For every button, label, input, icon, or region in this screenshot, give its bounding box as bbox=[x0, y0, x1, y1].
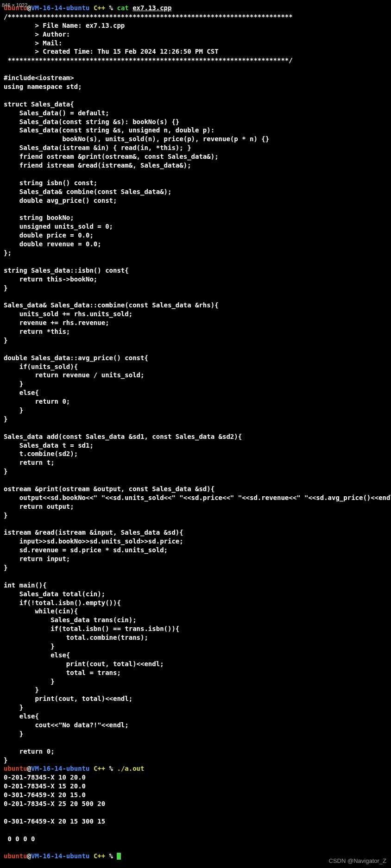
source-code: /***************************************… bbox=[4, 12, 387, 765]
watermark: CSDN @Navigator_Z bbox=[329, 857, 386, 864]
program-output: 0-201-78345-X 10 20.0 0-201-78345-X 15 2… bbox=[4, 773, 387, 843]
prompt-path: C++ bbox=[89, 765, 105, 772]
prompt-user: ubuntu bbox=[4, 852, 27, 860]
cursor-icon bbox=[117, 853, 121, 860]
command-arg: ex7.13.cpp bbox=[132, 4, 171, 12]
prompt-path: C++ bbox=[89, 852, 105, 860]
prompt-symbol: % bbox=[105, 852, 117, 860]
prompt-host: VM-16-14-ubuntu bbox=[31, 765, 89, 772]
prompt-user: ubuntu bbox=[4, 765, 27, 772]
command-exe: ./a.out bbox=[117, 765, 144, 772]
command-cat: cat bbox=[117, 4, 132, 12]
prompt-line-1: ubuntu@VM-16-14-ubuntu C++ % cat ex7.13.… bbox=[4, 4, 171, 12]
prompt-line-2: ubuntu@VM-16-14-ubuntu C++ % ./a.out bbox=[4, 765, 144, 772]
prompt-at: @ bbox=[27, 4, 31, 12]
terminal-output: ubuntu@VM-16-14-ubuntu C++ % cat ex7.13.… bbox=[4, 4, 387, 861]
prompt-path: C++ bbox=[89, 4, 105, 12]
prompt-symbol: % bbox=[105, 765, 117, 772]
prompt-at: @ bbox=[27, 852, 31, 860]
dimensions-label: 846 × 1022 bbox=[2, 2, 27, 9]
prompt-line-3[interactable]: ubuntu@VM-16-14-ubuntu C++ % bbox=[4, 852, 121, 860]
prompt-host: VM-16-14-ubuntu bbox=[31, 852, 89, 860]
prompt-host: VM-16-14-ubuntu bbox=[31, 4, 89, 12]
prompt-at: @ bbox=[27, 765, 31, 772]
prompt-symbol: % bbox=[105, 4, 117, 12]
